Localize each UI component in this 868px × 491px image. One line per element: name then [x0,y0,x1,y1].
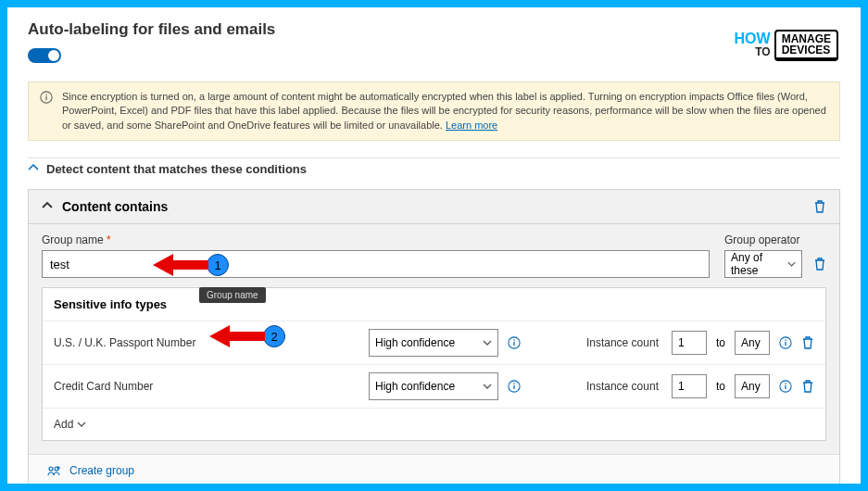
chevron-down-icon [483,382,492,391]
logo-how: HOW [735,32,771,45]
group-name-input[interactable] [42,250,710,278]
svg-point-4 [513,339,515,341]
add-button[interactable]: Add [43,408,825,440]
detect-header-text: Detect content that matches these condit… [46,162,307,176]
svg-rect-5 [513,342,514,346]
red-arrow-icon [209,325,265,347]
trash-icon[interactable] [813,199,826,214]
info-icon [40,91,53,104]
to-label: to [716,336,725,349]
logo: HOW TO MANAGE DEVICES [735,30,838,61]
info-icon[interactable] [779,380,792,393]
content-contains-panel: Content contains Group name * [28,189,840,484]
chevron-down-icon [787,259,796,269]
marker-1: 1 [207,254,229,276]
sit-name: U.S. / U.K. Passport Number [54,336,359,349]
annotation-1: 1 [153,254,229,276]
logo-to: TO [735,45,771,58]
svg-point-7 [785,339,786,341]
create-group-button[interactable]: Create group [29,454,839,484]
banner-text: Since encryption is turned on, a large a… [62,91,826,131]
learn-more-link[interactable]: Learn more [446,120,497,131]
instance-from-input[interactable] [672,374,707,398]
group-name-label: Group name * [42,233,710,246]
logo-box: MANAGE DEVICES [774,30,838,61]
svg-rect-8 [785,342,786,346]
page-title: Auto-labeling for files and emails [28,20,840,39]
svg-point-13 [785,383,786,384]
confidence-select[interactable]: High confidence [369,329,498,357]
svg-point-15 [49,467,53,471]
trash-icon[interactable] [801,335,814,350]
sit-name: Credit Card Number [54,380,359,393]
svg-point-10 [513,383,515,384]
group-operator-label: Group operator [724,233,826,246]
sensitive-info-header: Sensitive info types [43,288,825,321]
instance-to-input[interactable] [735,374,770,398]
content-contains-title: Content contains [62,199,168,214]
sensitive-info-panel: Sensitive info types U.S. / U.K. Passpor… [42,287,826,441]
red-arrow-icon [153,254,208,276]
chevron-down-icon [77,420,86,429]
svg-rect-11 [513,385,514,389]
sit-row-passport: U.S. / U.K. Passport Number 2 High confi… [43,321,825,364]
trash-icon[interactable] [801,379,814,394]
svg-point-1 [45,94,47,95]
group-name-tooltip: Group name [199,287,266,303]
svg-rect-2 [45,96,46,100]
instance-count-label: Instance count [586,336,659,349]
chevron-up-icon [28,162,39,176]
info-icon[interactable] [779,336,792,349]
annotation-2: 2 [209,325,285,347]
instance-to-input[interactable] [735,331,770,355]
info-icon[interactable] [508,380,521,393]
trash-icon[interactable] [813,257,826,271]
info-icon[interactable] [508,336,521,349]
svg-rect-14 [785,385,786,389]
to-label: to [716,380,725,393]
group-row: Group name * 1 Group name Group operator [29,224,839,287]
app-frame: HOW TO MANAGE DEVICES Auto-labeling for … [7,7,861,484]
sit-row-creditcard: Credit Card Number High confidence Insta… [43,364,825,408]
chevron-down-icon [483,338,492,347]
panel-header: Content contains [29,190,839,224]
instance-count-label: Instance count [586,380,659,393]
group-icon [47,464,62,477]
detect-section-header[interactable]: Detect content that matches these condit… [28,158,840,180]
encryption-info-banner: Since encryption is turned on, a large a… [28,82,840,141]
toggle-knob [48,50,59,61]
marker-2: 2 [263,325,285,347]
confidence-select[interactable]: High confidence [369,372,498,400]
auto-labeling-toggle[interactable] [28,48,61,63]
chevron-up-icon[interactable] [42,199,53,214]
group-operator-select[interactable]: Any of these [724,250,802,278]
instance-from-input[interactable] [672,331,707,355]
